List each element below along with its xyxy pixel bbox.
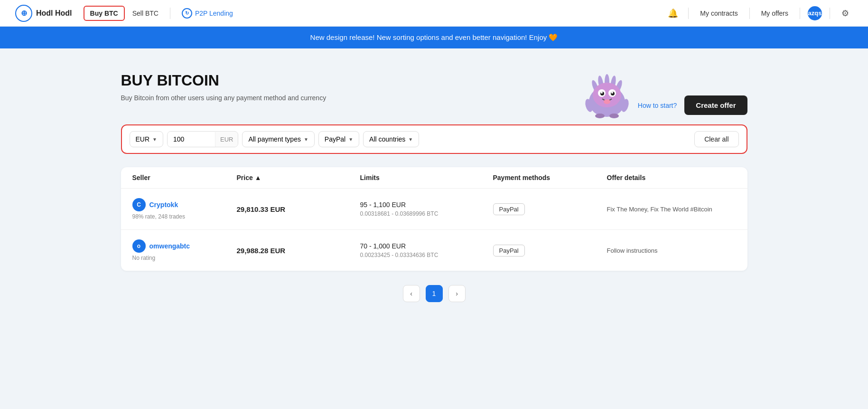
- pagination: ‹ 1 ›: [121, 271, 747, 312]
- filter-bar: EUR ▼ EUR All payment types ▼ PayPal ▼ A…: [121, 124, 747, 154]
- header-seller: Seller: [132, 174, 237, 181]
- offer-details-cell-1: Fix The Money, Fix The World #Bitcoin: [607, 206, 736, 213]
- seller-avatar-1: C: [132, 198, 146, 211]
- chevron-down-icon-4: ▼: [408, 137, 413, 142]
- how-to-start-link[interactable]: How to start?: [638, 102, 677, 109]
- p2p-icon: ↻: [182, 8, 192, 19]
- amount-filter-wrap: EUR: [167, 131, 238, 147]
- banner-text: New design release! New sorting options …: [310, 33, 558, 41]
- payment-badge-2[interactable]: PayPal: [493, 245, 525, 257]
- main-content: BUY BITCOIN Buy Bitcoin from other users…: [102, 48, 766, 321]
- header-payment-methods: Payment methods: [493, 174, 607, 181]
- table-header: Seller Price ▲ Limits Payment methods Of…: [121, 167, 747, 189]
- svg-point-16: [595, 114, 605, 118]
- limits-cell-1: 95 - 1,100 EUR 0.00318681 - 0.03689996 B…: [360, 201, 493, 217]
- gear-icon[interactable]: ⚙: [838, 6, 853, 21]
- header-price[interactable]: Price ▲: [237, 174, 360, 181]
- chevron-down-icon: ▼: [152, 137, 157, 142]
- seller-row-2: o omwengabtc: [132, 239, 237, 253]
- logo-icon: ⊕: [15, 5, 32, 22]
- p2p-label: P2P Lending: [195, 10, 233, 17]
- seller-cell-2: o omwengabtc No rating: [132, 239, 237, 261]
- nav-divider-3: [749, 8, 750, 19]
- svg-point-13: [604, 99, 610, 104]
- pagination-next[interactable]: ›: [448, 285, 466, 302]
- header-offer-details: Offer details: [607, 174, 736, 181]
- chevron-down-icon-2: ▼: [304, 137, 308, 142]
- payment-type-filter[interactable]: All payment types ▼: [242, 131, 314, 147]
- navbar: ⊕ Hodl Hodl Buy BTC Sell BTC ↻ P2P Lendi…: [0, 0, 868, 27]
- avatar[interactable]: azqs: [808, 6, 822, 20]
- clear-all-button[interactable]: Clear all: [694, 131, 738, 147]
- nav-divider-4: [800, 8, 800, 19]
- logo-text: Hodl Hodl: [36, 9, 72, 18]
- table-row: o omwengabtc No rating 29,988.28 EUR 70 …: [121, 230, 747, 271]
- announcement-banner: New design release! New sorting options …: [0, 27, 868, 48]
- svg-point-12: [611, 92, 613, 94]
- price-cell-1: 29,810.33 EUR: [237, 205, 360, 213]
- seller-meta-1: 98% rate, 248 trades: [132, 213, 237, 220]
- page-subtitle: Buy Bitcoin from other users using any p…: [121, 94, 576, 102]
- nav-divider-5: [830, 8, 830, 19]
- create-offer-button[interactable]: Create offer: [684, 95, 747, 115]
- seller-name-1[interactable]: Cryptokk: [149, 201, 178, 209]
- bell-icon[interactable]: 🔔: [665, 6, 681, 21]
- nav-divider-2: [688, 8, 689, 19]
- seller-row-1: C Cryptokk: [132, 198, 237, 211]
- header-right: How to start? Create offer: [638, 95, 747, 115]
- currency-filter[interactable]: EUR ▼: [130, 131, 163, 147]
- payment-badge-1[interactable]: PayPal: [493, 203, 525, 215]
- nav-divider: [170, 8, 170, 19]
- logo[interactable]: ⊕ Hodl Hodl: [15, 5, 72, 22]
- payment-cell-1: PayPal: [493, 203, 607, 215]
- table-row: C Cryptokk 98% rate, 248 trades 29,810.3…: [121, 189, 747, 230]
- nav-links: Buy BTC Sell BTC ↻ P2P Lending: [84, 5, 239, 21]
- amount-suffix: EUR: [215, 132, 238, 147]
- pagination-page-1[interactable]: 1: [426, 285, 443, 302]
- seller-name-2[interactable]: omwengabtc: [149, 242, 190, 250]
- payment-cell-2: PayPal: [493, 245, 607, 257]
- my-offers-link[interactable]: My offers: [757, 8, 792, 19]
- country-filter[interactable]: All countries ▼: [363, 131, 419, 147]
- payment-type-value: All payment types: [248, 135, 301, 143]
- offer-details-cell-2: Follow instructions: [607, 247, 736, 254]
- amount-input[interactable]: [168, 132, 215, 147]
- seller-cell-1: C Cryptokk 98% rate, 248 trades: [132, 198, 237, 220]
- svg-point-11: [601, 92, 603, 94]
- chevron-down-icon-3: ▼: [348, 137, 353, 142]
- seller-meta-2: No rating: [132, 255, 237, 261]
- offers-table: Seller Price ▲ Limits Payment methods Of…: [121, 167, 747, 271]
- payment-method-filter[interactable]: PayPal ▼: [318, 131, 359, 147]
- navbar-right: 🔔 My contracts My offers azqs ⚙: [665, 6, 853, 21]
- pagination-prev[interactable]: ‹: [403, 285, 420, 302]
- username: azqs: [808, 10, 822, 17]
- svg-point-17: [609, 114, 619, 118]
- price-cell-2: 29,988.28 EUR: [237, 247, 360, 255]
- nav-buy-btc[interactable]: Buy BTC: [84, 6, 125, 21]
- mascot-container: [576, 67, 638, 120]
- header-limits: Limits: [360, 174, 493, 181]
- my-contracts-link[interactable]: My contracts: [696, 8, 741, 19]
- country-value: All countries: [369, 135, 405, 143]
- header-left: BUY BITCOIN Buy Bitcoin from other users…: [121, 72, 576, 115]
- nav-sell-btc[interactable]: Sell BTC: [127, 7, 164, 20]
- mascot-icon: [576, 67, 638, 120]
- payment-method-value: PayPal: [325, 135, 345, 143]
- seller-avatar-2: o: [132, 239, 146, 253]
- currency-value: EUR: [136, 135, 150, 143]
- limits-cell-2: 70 - 1,000 EUR 0.00233425 - 0.03334636 B…: [360, 242, 493, 258]
- page-title: BUY BITCOIN: [121, 72, 576, 89]
- page-header-row: BUY BITCOIN Buy Bitcoin from other users…: [121, 67, 747, 115]
- nav-p2p-lending[interactable]: ↻ P2P Lending: [176, 5, 239, 21]
